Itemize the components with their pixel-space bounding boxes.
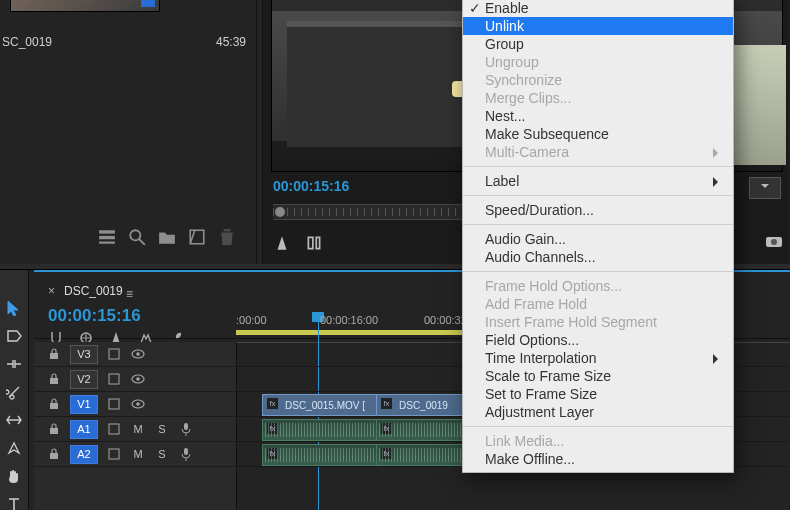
mark-in-icon[interactable] [273,234,291,252]
context-menu-item[interactable]: Time Interpolation [463,349,733,367]
bin-thumbnail[interactable] [10,0,160,12]
work-area-bar[interactable] [236,330,464,335]
context-menu-item[interactable]: Set to Frame Size [463,385,733,403]
clip-context-menu[interactable]: EnableUnlinkGroupUngroupSynchronizeMerge… [462,0,734,473]
context-menu-item[interactable]: Group [463,35,733,53]
lock-icon[interactable] [46,398,62,410]
list-view-icon[interactable] [98,228,116,246]
mute-button[interactable]: M [130,423,146,435]
fx-badge-icon: fx [381,423,392,434]
context-menu-separator [463,426,733,427]
context-menu-item[interactable]: Make Offline... [463,450,733,468]
fx-badge-icon: fx [267,448,278,459]
video-clip[interactable]: fxDSC_0015.MOV [ [262,394,378,416]
lock-icon[interactable] [46,348,62,360]
mic-icon[interactable] [178,422,194,436]
fx-toggle-icon[interactable] [106,423,122,435]
context-menu-item[interactable]: Field Options... [463,331,733,349]
video-track-header[interactable]: V3 [34,342,236,367]
fx-toggle-icon[interactable] [106,448,122,460]
audio-clip[interactable]: fx [376,419,470,441]
context-menu-item[interactable]: Label [463,172,733,190]
resolution-select[interactable] [749,177,781,199]
tab-menu-icon[interactable]: ≡ [126,287,133,301]
svg-rect-10 [50,353,58,359]
fx-toggle-icon[interactable] [106,398,122,410]
svg-rect-15 [109,374,119,384]
audio-track-header[interactable]: A1MS [34,417,236,442]
lock-icon[interactable] [46,373,62,385]
audio-clip[interactable]: fx [376,444,470,466]
razor-tool-icon[interactable] [4,382,24,402]
track-badge[interactable]: V1 [70,395,98,414]
video-track-header[interactable]: V1 [34,392,236,417]
ruler-tick-label: :00:00 [236,314,267,326]
fx-toggle-icon[interactable] [106,373,122,385]
project-panel: SC_0019 45:39 [0,0,257,264]
svg-point-3 [130,230,140,240]
track-badge[interactable]: V3 [70,345,98,364]
audio-track-header[interactable]: A2MS [34,442,236,467]
lock-icon[interactable] [46,423,62,435]
context-menu-item[interactable]: Unlink [463,17,733,35]
hand-tool-icon[interactable] [4,466,24,486]
context-menu-separator [463,195,733,196]
svg-line-4 [139,239,145,245]
monitor-timecode[interactable]: 00:00:15:16 [273,178,349,194]
fx-badge-icon: fx [381,398,392,409]
svg-rect-19 [109,399,119,409]
track-badge[interactable]: A2 [70,445,98,464]
pen-tool-icon[interactable] [4,438,24,458]
sequence-tab[interactable]: DSC_0019 [64,284,123,298]
mute-button[interactable]: M [130,448,146,460]
selection-tool-icon[interactable] [4,298,24,318]
search-icon[interactable] [128,228,146,246]
context-menu-item[interactable]: Audio Channels... [463,248,733,266]
trash-icon[interactable] [218,228,236,246]
context-menu-item[interactable]: Enable [463,0,733,17]
video-track-header[interactable]: V2 [34,367,236,392]
mark-out-icon[interactable] [305,234,323,252]
ripple-edit-tool-icon[interactable] [4,354,24,374]
tab-close-icon[interactable]: × [48,284,55,298]
solo-button[interactable]: S [154,423,170,435]
track-select-tool-icon[interactable] [4,326,24,346]
solo-button[interactable]: S [154,448,170,460]
new-bin-icon[interactable] [158,228,176,246]
eye-icon[interactable] [130,373,146,385]
type-tool-icon[interactable] [4,494,24,510]
sequence-timecode[interactable]: 00:00:15:16 [48,306,141,326]
context-menu-item[interactable]: Speed/Duration... [463,201,733,219]
track-badge[interactable]: A1 [70,420,98,439]
video-clip[interactable]: fxDSC_0019 [376,394,470,416]
svg-rect-1 [99,236,115,239]
slip-tool-icon[interactable] [4,410,24,430]
eye-icon[interactable] [130,398,146,410]
context-menu-item[interactable]: Audio Gain... [463,230,733,248]
mic-icon[interactable] [178,447,194,461]
eye-icon[interactable] [130,348,146,360]
lock-icon[interactable] [46,448,62,460]
clip-label: DSC_0015.MOV [ [285,400,365,411]
ruler-tick-label: 00:00:16:00 [320,314,378,326]
svg-point-8 [771,239,777,245]
context-menu-item[interactable]: Adjustment Layer [463,403,733,421]
fx-toggle-icon[interactable] [106,348,122,360]
svg-rect-23 [109,424,119,434]
audio-clip[interactable]: fx [262,419,378,441]
audio-clip[interactable]: fx [262,444,378,466]
fx-badge-icon: fx [381,448,392,459]
context-menu-item[interactable]: Scale to Frame Size [463,367,733,385]
clip-label: DSC_0019 [399,400,448,411]
camera-icon[interactable] [765,234,783,252]
ruler-playhead[interactable] [318,312,319,342]
context-menu-item: Add Frame Hold [463,295,733,313]
new-item-icon[interactable] [188,228,206,246]
svg-rect-18 [50,403,58,409]
context-menu-item[interactable]: Nest... [463,107,733,125]
track-badge[interactable]: V2 [70,370,98,389]
monitor-playhead-icon[interactable] [275,207,285,217]
context-menu-item: Link Media... [463,432,733,450]
ruler-tick-label: 00:00:32 [424,314,467,326]
context-menu-item[interactable]: Make Subsequence [463,125,733,143]
